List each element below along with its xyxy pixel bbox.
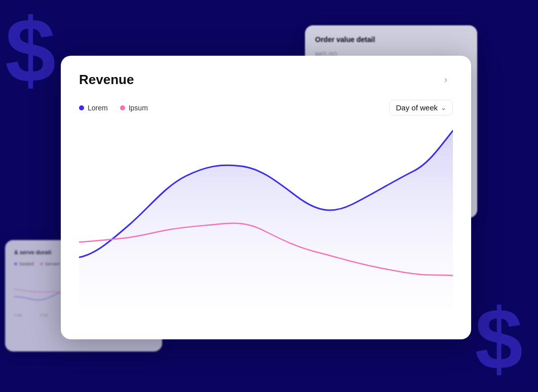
day-filter-label: Day of week xyxy=(396,103,438,112)
legend-served: Served xyxy=(40,261,60,266)
legend-item-lorem: Lorem xyxy=(79,104,108,112)
card-header: Revenue › xyxy=(79,72,453,88)
dollar-icon-bottom-right: $ xyxy=(475,296,523,382)
legend-ipsum-label: Ipsum xyxy=(129,104,148,112)
legend-seated: Seated xyxy=(14,261,34,266)
legend-item-ipsum: Ipsum xyxy=(120,104,148,112)
day-of-week-filter[interactable]: Day of week ⌄ xyxy=(389,100,453,115)
lorem-legend-dot xyxy=(79,105,84,110)
ipsum-legend-dot xyxy=(120,105,125,110)
dollar-icon-top-left: $ xyxy=(5,5,56,96)
card-title: Revenue xyxy=(79,72,134,88)
legend-lorem-label: Lorem xyxy=(88,104,108,112)
order-value-title: Order value detail xyxy=(315,35,467,44)
navigate-button[interactable]: › xyxy=(439,73,453,87)
chart-controls: Lorem Ipsum Day of week ⌄ xyxy=(79,100,453,115)
background: $ $ Order value detail MATL/SQ 7a 32 46 … xyxy=(0,0,538,392)
day-filter-chevron-icon: ⌄ xyxy=(441,104,446,111)
chart-legend: Lorem Ipsum xyxy=(79,104,148,112)
revenue-card: Revenue › Lorem Ipsum Day of week ⌄ xyxy=(61,56,471,339)
revenue-chart xyxy=(79,126,453,308)
